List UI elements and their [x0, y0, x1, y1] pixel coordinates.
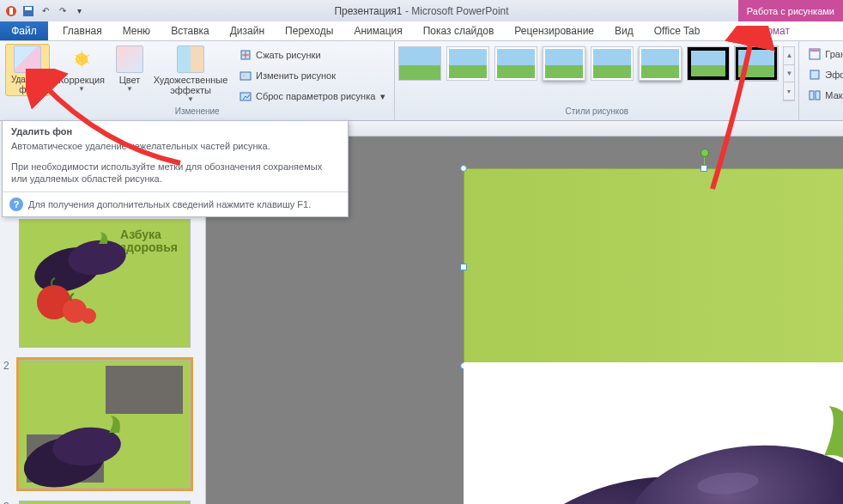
reset-label: Сброс параметров рисунка — [256, 91, 375, 101]
resize-handle[interactable] — [460, 165, 467, 172]
gallery-scroll: ▲ ▼ ▾ — [783, 46, 795, 101]
compress-pictures-button[interactable]: Сжать рисунки — [235, 46, 389, 64]
qat-dropdown-icon[interactable]: ▾ — [72, 3, 87, 18]
slide-thumbnail-1[interactable]: Азбука здоровья — [19, 219, 198, 348]
tab-slideshow[interactable]: Показ слайдов — [413, 21, 505, 40]
picture-style-thumb[interactable] — [543, 46, 585, 81]
chevron-down-icon: ▼ — [126, 85, 133, 93]
chevron-down-icon: ▼ — [78, 85, 85, 93]
layout-label: Макет ри — [825, 90, 843, 100]
compress-icon — [239, 48, 252, 62]
svg-point-6 — [243, 75, 246, 77]
tab-design[interactable]: Дизайн — [220, 21, 275, 40]
artistic-label: Художественные эффекты — [154, 75, 228, 95]
svg-rect-5 — [240, 72, 251, 80]
resize-handle[interactable] — [700, 165, 707, 172]
tab-menu[interactable]: Меню — [112, 21, 161, 40]
color-icon — [116, 46, 143, 73]
tooltip-remove-background: Удалить фон Автоматическое удаление неже… — [2, 120, 349, 217]
tooltip-title: Удалить фон — [3, 121, 348, 138]
group-picture-format: Граница р Эффекты Макет ри — [799, 41, 843, 120]
svg-rect-11 — [816, 91, 820, 100]
remove-bg-label: Удалить фон — [6, 75, 49, 95]
color-button[interactable]: Цвет ▼ — [113, 44, 146, 93]
border-icon — [808, 47, 822, 61]
picture-style-thumb[interactable] — [687, 46, 730, 81]
group-picture-styles: ▲ ▼ ▾ Стили рисунков — [395, 41, 799, 120]
eggplant-large-icon — [506, 387, 843, 504]
document-name: Презентация1 — [334, 5, 402, 17]
reset-icon — [239, 89, 252, 103]
tab-officetab[interactable]: Office Tab — [644, 21, 711, 40]
picture-style-thumb[interactable] — [591, 46, 634, 81]
ribbon: Удалить фон Коррекция ▼ Цвет ▼ Художеств… — [0, 41, 843, 121]
slide-number: 3 — [3, 501, 9, 504]
svg-rect-1 — [9, 8, 13, 15]
artistic-effects-button[interactable]: Художественные эффекты ▼ — [151, 44, 230, 103]
help-icon: ? — [9, 197, 23, 211]
title-bar: ↶ ↷ ▾ Презентация1 - Microsoft PowerPoin… — [0, 0, 843, 21]
change-picture-button[interactable]: Изменить рисунок — [235, 66, 389, 85]
selected-picture[interactable] — [464, 168, 843, 366]
remove-background-icon — [14, 46, 41, 73]
picture-layout-button[interactable]: Макет ри — [804, 86, 843, 105]
redo-icon[interactable]: ↷ — [55, 3, 70, 18]
group-styles-label: Стили рисунков — [395, 106, 798, 120]
app-icon[interactable] — [3, 3, 18, 18]
window-title: Презентация1 - Microsoft PowerPoint — [0, 5, 843, 17]
tooltip-help-text: Для получения дополнительных сведений на… — [28, 199, 311, 209]
quick-access-toolbar: ↶ ↷ ▾ — [0, 3, 90, 18]
vegetable-icon — [20, 220, 191, 348]
save-icon[interactable] — [21, 3, 35, 18]
artistic-icon — [177, 46, 204, 73]
picture-style-thumb[interactable] — [398, 46, 441, 81]
picture-border-button[interactable]: Граница р — [804, 45, 843, 64]
compress-label: Сжать рисунки — [256, 50, 321, 60]
gallery-down-button[interactable]: ▼ — [784, 65, 794, 83]
tooltip-line1: Автоматическое удаление нежелательных ча… — [3, 138, 348, 159]
eggplant-icon — [20, 361, 191, 489]
tab-view[interactable]: Вид — [604, 21, 644, 40]
reset-picture-button[interactable]: Сброс параметров рисунка ▾ — [235, 87, 389, 106]
chevron-down-icon: ▼ — [187, 95, 194, 103]
rotation-handle[interactable] — [700, 149, 709, 157]
gallery-up-button[interactable]: ▲ — [784, 47, 794, 65]
file-tab[interactable]: Файл — [0, 21, 48, 40]
tab-animation[interactable]: Анимация — [343, 21, 412, 40]
picture-style-thumb[interactable] — [639, 46, 682, 81]
effects-icon — [808, 68, 822, 82]
svg-point-20 — [622, 437, 843, 504]
slide-thumbnail-3[interactable]: 3 — [19, 501, 198, 504]
slide-number: 2 — [3, 360, 9, 372]
svg-point-16 — [81, 308, 96, 324]
resize-handle[interactable] — [460, 264, 467, 270]
corrections-label: Коррекция — [58, 75, 105, 85]
tab-format[interactable]: Формат — [743, 21, 800, 40]
svg-rect-3 — [25, 7, 32, 10]
svg-rect-10 — [810, 91, 814, 100]
picture-effects-button[interactable]: Эффекты — [804, 65, 843, 84]
layout-icon — [808, 88, 822, 102]
remove-background-button[interactable]: Удалить фон — [5, 44, 50, 96]
picture-style-thumb[interactable] — [494, 46, 537, 81]
effects-label: Эффекты — [825, 70, 843, 80]
picture-tools-context-tab[interactable]: Работа с рисунками — [738, 0, 843, 21]
corrections-button[interactable]: Коррекция ▼ — [55, 44, 108, 93]
tab-home[interactable]: Главная — [52, 21, 112, 40]
color-label: Цвет — [119, 75, 141, 85]
tab-transitions[interactable]: Переходы — [275, 21, 343, 40]
slide-thumbnail-2[interactable]: 2 — [19, 360, 198, 489]
picture-style-thumb[interactable] — [735, 46, 778, 81]
change-picture-icon — [239, 69, 252, 82]
app-name: Microsoft PowerPoint — [411, 5, 508, 17]
undo-icon[interactable]: ↶ — [38, 3, 52, 18]
change-label: Изменить рисунок — [256, 70, 336, 81]
border-label: Граница р — [825, 49, 843, 59]
chevron-down-icon: ▾ — [380, 91, 385, 102]
picture-style-thumb[interactable] — [446, 46, 489, 81]
tab-review[interactable]: Рецензирование — [504, 21, 604, 40]
ribbon-tabs: Файл Главная Меню Вставка Дизайн Переход… — [0, 21, 843, 41]
gallery-more-button[interactable]: ▾ — [784, 82, 794, 100]
sun-icon — [68, 46, 95, 73]
tab-insert[interactable]: Вставка — [161, 21, 220, 40]
